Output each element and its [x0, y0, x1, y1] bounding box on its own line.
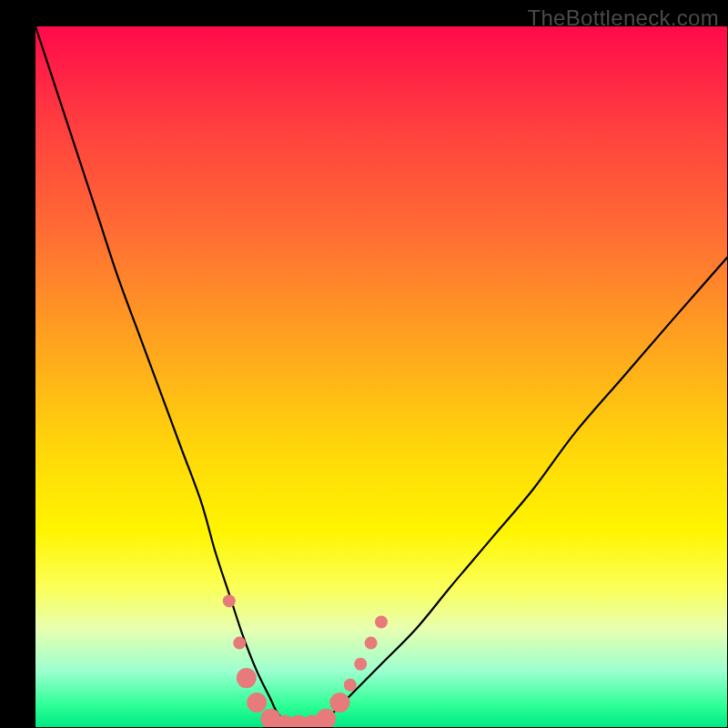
marker-dot	[316, 709, 336, 727]
marker-dot	[247, 693, 267, 713]
marker-dot	[365, 637, 378, 650]
highlight-markers	[223, 594, 388, 727]
chart-container: TheBottleneck.com	[0, 0, 728, 728]
marker-dot	[344, 679, 357, 692]
marker-dot	[329, 693, 349, 713]
plot-area	[35, 26, 727, 727]
marker-dot	[375, 616, 388, 629]
watermark-text: TheBottleneck.com	[527, 5, 719, 31]
marker-dot	[223, 594, 236, 607]
marker-dot	[237, 668, 257, 688]
marker-dot	[233, 637, 246, 650]
curve-layer	[35, 26, 727, 727]
marker-dot	[354, 658, 367, 671]
